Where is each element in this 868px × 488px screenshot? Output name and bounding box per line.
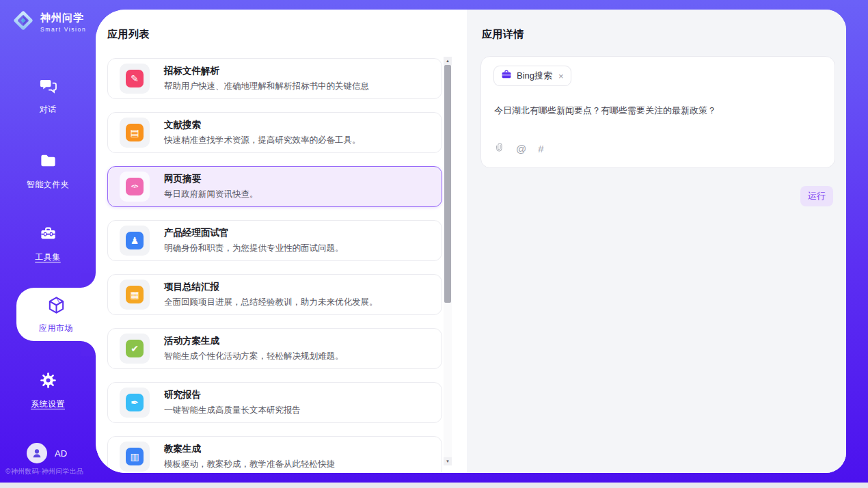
copyright-footer: ©神州数码·神州问学出品 — [5, 467, 83, 476]
sidebar-item-settings[interactable]: 系统设置 — [0, 371, 96, 410]
scroll-up-icon[interactable]: ▲ — [444, 57, 452, 65]
prompt-card: Bing搜索 × 今日湖北有哪些新闻要点？有哪些需要关注的最新政策？ @ # — [480, 56, 835, 168]
browser-icon: </> — [120, 172, 150, 202]
sidebar-item-smart-folder[interactable]: 智能文件夹 — [0, 152, 96, 191]
sidebar-item-toolset[interactable]: 工具集 — [0, 224, 96, 263]
app-description: 模板驱动，教案秒成，教学准备从此轻松快捷 — [164, 459, 335, 470]
sidebar: 神州问学 Smart Vision 对话 智能文件夹 — [0, 0, 96, 483]
brand-name: 神州问学 — [40, 12, 86, 25]
cube-icon — [46, 295, 66, 318]
tool-chip-label: Bing搜索 — [517, 70, 552, 82]
brand-diamond-icon — [12, 9, 35, 35]
app-list-cards: ✎ 招标文件解析 帮助用户快速、准确地理解和解析招标书中的关键信息 ▤ 文献搜索… — [107, 58, 442, 473]
app-title: 招标文件解析 — [164, 65, 369, 77]
app-title: 文献搜索 — [164, 119, 361, 131]
hash-icon[interactable]: # — [538, 144, 543, 154]
app-card[interactable]: ▦ 项目总结汇报 全面回顾项目进展，总结经验教训，助力未来优化发展。 — [107, 274, 442, 315]
paperclip-icon[interactable] — [494, 142, 504, 155]
query-text-input[interactable]: 今日湖北有哪些新闻要点？有哪些需要关注的最新政策？ — [494, 105, 822, 117]
clipboard-icon: ✔ — [120, 334, 150, 364]
user-name: AD — [55, 448, 67, 459]
scroll-down-icon[interactable]: ▼ — [444, 457, 452, 465]
chat-icon — [39, 77, 57, 98]
app-card[interactable]: </> 网页摘要 每日政府新闻资讯快查。 — [107, 166, 442, 207]
app-title: 网页摘要 — [164, 173, 258, 185]
app-title: 研究报告 — [164, 389, 301, 401]
at-icon[interactable]: @ — [516, 144, 526, 154]
briefcase-icon — [501, 69, 512, 83]
sidebar-item-label: 智能文件夹 — [27, 179, 70, 191]
composer-toolbar: @ # — [494, 142, 544, 155]
toolbox-icon — [39, 224, 57, 245]
app-description: 一键智能生成高质量长文本研究报告 — [164, 405, 301, 416]
chip-close-icon[interactable]: × — [558, 72, 564, 81]
app-description: 全面回顾项目进展，总结经验教训，助力未来优化发展。 — [164, 297, 378, 308]
app-description: 快速精准查找学术资源，提高研究效率的必备工具。 — [164, 135, 361, 146]
app-title: 产品经理面试官 — [164, 227, 344, 239]
app-description: 帮助用户快速、准确地理解和解析招标书中的关键信息 — [164, 81, 369, 92]
app-title: 教案生成 — [164, 443, 335, 455]
gear-icon — [39, 371, 57, 392]
sidebar-item-label: 系统设置 — [31, 398, 65, 410]
user-account[interactable]: AD — [27, 443, 67, 463]
app-list-title: 应用列表 — [107, 28, 150, 41]
brand-subtitle: Smart Vision — [40, 26, 86, 33]
folder-icon — [39, 152, 57, 173]
app-title: 项目总结汇报 — [164, 281, 378, 293]
app-card[interactable]: ✒ 研究报告 一键智能生成高质量长文本研究报告 — [107, 382, 442, 423]
app-list-pane: 应用列表 ✎ 招标文件解析 帮助用户快速、准确地理解和解析招标书中的关键信息 ▤… — [96, 10, 467, 473]
app-card[interactable]: ✎ 招标文件解析 帮助用户快速、准确地理解和解析招标书中的关键信息 — [107, 58, 442, 99]
app-description: 智能生成个性化活动方案，轻松解决规划难题。 — [164, 351, 344, 362]
app-detail-pane: 应用详情 Bing搜索 × 今日湖北有哪些新闻要点？有哪些需要关注的最新政策？ — [467, 10, 846, 473]
bubble-top-curve — [81, 273, 96, 288]
app-card[interactable]: ▤ 文献搜索 快速精准查找学术资源，提高研究效率的必备工具。 — [107, 112, 442, 153]
bubble-bottom-curve — [81, 341, 96, 356]
books-icon: ▥ — [120, 442, 150, 472]
scrollbar-thumb[interactable] — [444, 65, 451, 303]
sidebar-item-label: 应用市场 — [39, 323, 73, 334]
main-panel: 应用列表 ✎ 招标文件解析 帮助用户快速、准确地理解和解析招标书中的关键信息 ▤… — [96, 10, 846, 473]
sidebar-item-app-market[interactable]: 应用市场 — [16, 288, 96, 341]
app-card[interactable]: ♟ 产品经理面试官 明确身份和职责，为您提供专业性的面试问题。 — [107, 220, 442, 261]
sidebar-item-label: 工具集 — [35, 252, 61, 263]
app-title: 活动方案生成 — [164, 335, 344, 347]
pen-icon: ✎ — [120, 64, 150, 94]
sidebar-item-chat[interactable]: 对话 — [0, 77, 96, 116]
ink-pen-icon: ✒ — [120, 388, 150, 418]
app-description: 明确身份和职责，为您提供专业性的面试问题。 — [164, 243, 344, 254]
app-card[interactable]: ✔ 活动方案生成 智能生成个性化活动方案，轻松解决规划难题。 — [107, 328, 442, 369]
brand-logo: 神州问学 Smart Vision — [12, 9, 86, 35]
interviewer-icon: ♟ — [120, 226, 150, 256]
avatar — [27, 443, 47, 463]
app-detail-title: 应用详情 — [482, 28, 524, 41]
tool-chip-bing-search[interactable]: Bing搜索 × — [493, 66, 571, 86]
sidebar-item-label: 对话 — [40, 104, 57, 116]
app-card[interactable]: ▥ 教案生成 模板驱动，教案秒成，教学准备从此轻松快捷 — [107, 436, 442, 473]
run-button[interactable]: 运行 — [800, 186, 833, 206]
app-list-scrollbar[interactable]: ▲ ▼ — [444, 57, 452, 465]
app-description: 每日政府新闻资讯快查。 — [164, 189, 258, 200]
app-window: 神州问学 Smart Vision 对话 智能文件夹 — [0, 0, 868, 488]
calendar-icon: ▦ — [120, 280, 150, 310]
book-icon: ▤ — [120, 118, 150, 148]
